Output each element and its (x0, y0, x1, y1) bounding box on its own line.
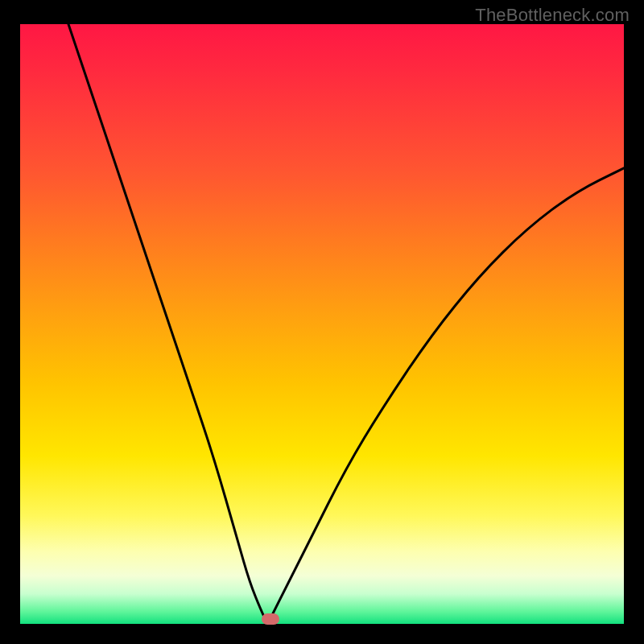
plot-area (20, 24, 624, 624)
watermark-text: TheBottleneck.com (475, 5, 630, 26)
bottleneck-curve (20, 24, 624, 624)
chart-frame: TheBottleneck.com (0, 0, 644, 644)
curve-path (68, 24, 624, 621)
optimal-point-marker (262, 613, 279, 625)
